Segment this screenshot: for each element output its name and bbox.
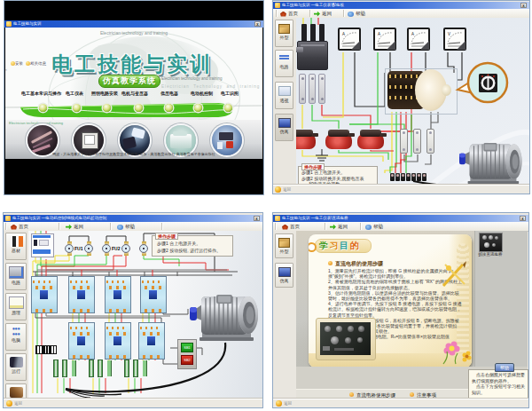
svg-text:V: V	[448, 32, 450, 36]
svg-text:A: A	[411, 32, 414, 36]
svg-text:A: A	[342, 32, 345, 36]
svg-text:A: A	[378, 32, 380, 36]
